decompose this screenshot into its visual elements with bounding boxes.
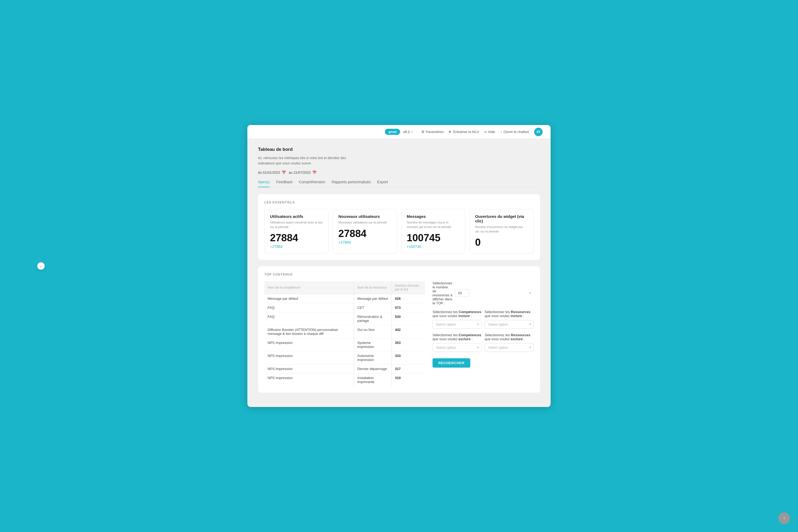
include-competences-select-wrapper: Select option (433, 320, 481, 329)
col-header-count: Nombre d'envois par le bot (392, 281, 425, 294)
table-row: FAQ Rémunération & partage 530 (264, 312, 425, 325)
cell-competence: NPS Impression (264, 364, 354, 373)
top-contenus-table: Nom de la compétence Nom de la ressource… (264, 281, 425, 386)
cell-count: 353 (392, 338, 425, 351)
date-from[interactable]: du 01/01/2022 📅 (258, 171, 286, 174)
metric-ouvertures-widget: Ouvertures du widget (via clic) Nombre d… (470, 209, 534, 253)
cell-ressource: CET (354, 303, 392, 312)
chatbot-link[interactable]: ↑ Ouvrir le chatbot (500, 130, 529, 134)
params-link[interactable]: ⚙ Paramètres (421, 130, 444, 134)
aide-link[interactable]: ∞ Aide (484, 130, 495, 134)
include-competences-group: Sélectionnez les Compétences que vous vo… (433, 310, 481, 329)
cell-count: 442 (392, 325, 425, 338)
cell-count: 626 (392, 294, 425, 303)
table-row: NPS Impression Systeme impression 353 (264, 338, 425, 351)
include-competences-select[interactable]: Select option (433, 320, 481, 329)
metric-title-ua: Utilisateurs actifs (270, 214, 323, 218)
cell-competence: Message par défaut (264, 294, 354, 303)
nlu-link[interactable]: Entraîner la NLU (449, 130, 479, 134)
metric-value-msg: 100745 (407, 233, 460, 243)
tab-apercu[interactable]: Aperçu (258, 180, 270, 187)
exclude-filter-row: Sélectionnez les Compétences que vous vo… (433, 333, 534, 352)
metric-change-msg: +100745 (407, 244, 460, 249)
metric-title-ow: Ouvertures du widget (via clic) (475, 214, 528, 223)
upload-icon: ↑ (500, 130, 502, 134)
cell-count: 530 (392, 312, 425, 325)
cell-ressource: Dernier dépannage (354, 364, 392, 373)
user-avatar[interactable]: AT (534, 128, 543, 136)
top-count-label: Sélectionnez le nombre de ressources à a… (433, 281, 452, 305)
essentiels-title: LES ESSENTIELS (264, 201, 534, 204)
tab-comprehension[interactable]: Compréhension (299, 180, 325, 187)
metric-nouveaux-utilisateurs: Nouveaux utilisateurs Nouveaux utilisate… (333, 209, 397, 253)
version-label: v0.1 (403, 130, 410, 134)
metric-value-ua: 27884 (270, 233, 323, 243)
cell-ressource: Oui ou Non (354, 325, 392, 338)
rechercher-button[interactable]: RECHERCHER (433, 358, 470, 367)
tab-feedback[interactable]: Feedback (276, 180, 292, 187)
metric-desc-msg: Nombre de messages reçus et envoyés par … (407, 220, 460, 229)
exclude-competences-select[interactable]: Select option (433, 343, 481, 352)
metric-title-msg: Messages (407, 214, 460, 218)
link-icon: ∞ (484, 130, 487, 134)
cell-ressource: Rémunération & partage (354, 312, 392, 325)
tab-export[interactable]: Export (377, 180, 388, 187)
date-to[interactable]: au 21/07/2022 📅 (289, 171, 317, 174)
calendar-icon-to: 📅 (312, 171, 317, 174)
version-chevron: ▾ (412, 130, 413, 134)
cell-count: 310 (392, 373, 425, 386)
include-competences-label: Sélectionnez les Compétences que vous vo… (433, 310, 481, 318)
top-contenus-title: TOP CONTENUS (264, 273, 534, 277)
include-ressources-select-wrapper: Select option (484, 320, 534, 329)
sidebar-toggle-button[interactable]: ‹ (37, 262, 45, 270)
exclude-competences-label: Sélectionnez les Compétences que vous vo… (433, 333, 481, 341)
content-area: Tableau de bord Ici, retrouvez les métri… (247, 139, 551, 407)
gear-icon: ⚙ (421, 130, 424, 134)
metric-desc-ua: Utilisateurs ayant conversé avec le bot … (270, 220, 323, 229)
tab-bar: Aperçu Feedback Compréhension Rapports p… (258, 180, 540, 187)
cell-ressource: Autonomie impression (354, 351, 392, 364)
exclude-ressources-select-wrapper: Select option (484, 343, 534, 352)
page-description: Ici, retrouvez les métriques liés à votr… (258, 155, 354, 166)
dot-icon (449, 131, 451, 133)
top-contenus-layout: Nom de la compétence Nom de la ressource… (264, 281, 534, 386)
cell-count: 317 (392, 364, 425, 373)
env-badge[interactable]: prod (385, 129, 400, 135)
cell-ressource: Systeme impression (354, 338, 392, 351)
include-filter-row: Sélectionnez les Compétences que vous vo… (433, 310, 534, 329)
table-row: FAQ CET 573 (264, 303, 425, 312)
essentials-grid: Utilisateurs actifs Utilisateurs ayant c… (264, 209, 534, 253)
include-ressources-select[interactable]: Select option (484, 320, 534, 329)
cell-competence: FAQ (264, 303, 354, 312)
top-count-select[interactable]: 5 10 20 50 (455, 289, 470, 297)
cell-ressource: Message par défaut (354, 294, 392, 303)
tab-rapports[interactable]: Rapports personnalisés (332, 180, 371, 187)
exclude-ressources-select[interactable]: Select option (484, 343, 534, 352)
cell-count: 573 (392, 303, 425, 312)
version-selector[interactable]: v0.1 ▾ (403, 130, 413, 134)
cell-competence: NPS Impression (264, 351, 354, 364)
table-row: NPS Impression Installation imprimante 3… (264, 373, 425, 386)
metric-change-ua: +27884 (270, 244, 323, 249)
table-row: Diffusion Booster (ATTENTION) personnali… (264, 325, 425, 338)
metric-title-nu: Nouveaux utilisateurs (338, 214, 391, 218)
calendar-icon-from: 📅 (282, 171, 286, 174)
col-header-competence: Nom de la compétence (264, 281, 354, 294)
cell-competence: NPS Impression (264, 338, 354, 351)
metric-value-nu: 27884 (338, 228, 391, 239)
table-row: Message par défaut Message par défaut 62… (264, 294, 425, 303)
metric-value-ow: 0 (475, 237, 528, 247)
exclude-competences-group: Sélectionnez les Compétences que vous vo… (433, 333, 481, 352)
cell-competence: FAQ (264, 312, 354, 325)
date-range: du 01/01/2022 📅 au 21/07/2022 📅 (258, 171, 540, 174)
metric-desc-nu: Nouveaux utilisateurs sur la période (338, 220, 391, 225)
essentiels-section: LES ESSENTIELS Utilisateurs actifs Utili… (258, 194, 540, 260)
table-row: NPS Impression Dernier dépannage 317 (264, 364, 425, 373)
scroll-to-top-button[interactable]: ↑ (778, 512, 790, 524)
metric-utilisateurs-actifs: Utilisateurs actifs Utilisateurs ayant c… (264, 209, 328, 253)
exclude-competences-select-wrapper: Select option (433, 343, 481, 352)
metric-desc-ow: Nombre d'ouvertures du widget par clic s… (475, 225, 528, 233)
cell-competence: Diffusion Booster (ATTENTION) personnali… (264, 325, 354, 338)
exclude-ressources-label: Sélectionnez les Ressources que vous vou… (484, 333, 534, 341)
top-navigation: prod v0.1 ▾ ⚙ Paramètres Entraîner la NL… (247, 125, 551, 139)
